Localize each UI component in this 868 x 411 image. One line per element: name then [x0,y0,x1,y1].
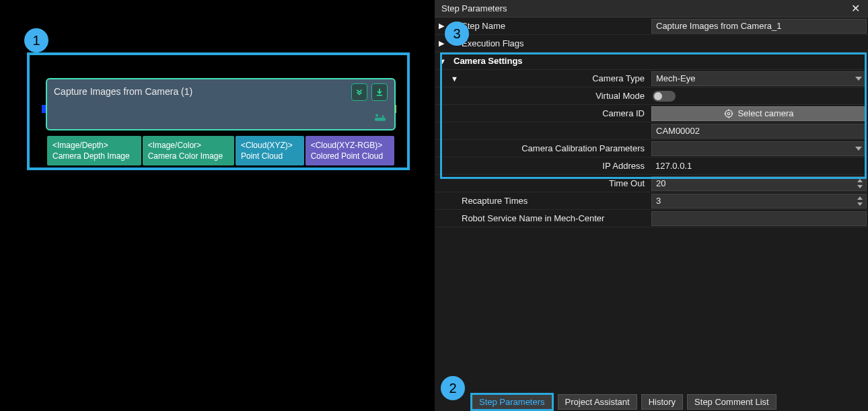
callout-marker-3: 3 [445,22,469,46]
output-label: Camera Color Image [148,151,229,161]
expand-caret-icon[interactable] [439,22,444,30]
tab-step-parameters[interactable]: Step Parameters [470,393,554,411]
collapse-caret-icon[interactable] [451,75,458,83]
output-type: <Cloud(XYZ-RGB)> [311,140,389,151]
timeout-label: Time Out [435,178,651,188]
recapture-times-label: Recapture Times [435,196,651,206]
panel-title: Step Parameters [441,3,849,13]
output-type: <Cloud(XYZ)> [241,140,299,151]
camera-id-input[interactable] [651,124,867,139]
expand-caret-icon[interactable] [439,39,444,48]
node-output-cloud[interactable]: <Cloud(XYZ)> Point Cloud [236,136,304,165]
graph-canvas[interactable]: 1 Capture Images from Camera (1) [0,0,435,411]
callout-highlight-1: Capture Images from Camera (1) <Image/De… [27,52,410,170]
svg-point-6 [728,112,731,115]
step-parameters-panel: Step Parameters ✕ 3 Step Name Execution … [435,0,868,411]
recapture-times-input[interactable] [651,194,867,209]
camera-type-select[interactable]: Mech-Eye [651,71,867,86]
camera-type-label: Camera Type [435,73,651,83]
select-camera-button[interactable]: Select camera [651,106,867,121]
output-type: <Image/Depth> [52,140,136,151]
tab-step-comment-list[interactable]: Step Comment List [687,394,776,410]
callout-marker-2: 2 [441,376,465,400]
tab-project-assistant[interactable]: Project Assistant [558,394,637,410]
svg-point-2 [375,114,378,117]
output-label: Camera Depth Image [52,151,136,161]
svg-rect-3 [375,118,386,121]
timeout-input[interactable] [651,176,867,191]
camera-icon [373,112,388,125]
select-camera-label: Select camera [737,108,793,118]
camera-calibration-label: Camera Calibration Parameters [435,143,651,153]
camera-settings-group[interactable]: Camera Settings [435,56,651,66]
node-title: Capture Images from Camera (1) [54,86,192,97]
graph-node[interactable]: Capture Images from Camera (1) [46,78,396,130]
svg-point-5 [725,110,733,117]
step-name-input[interactable] [651,19,867,34]
bottom-tabs: Step Parameters Project Assistant Histor… [435,392,776,411]
node-output-color[interactable]: <Image/Color> Camera Color Image [143,136,234,165]
output-label: Colored Point Cloud [311,151,389,161]
camera-id-label: Camera ID [435,108,651,118]
crosshair-icon [724,109,733,118]
close-icon[interactable]: ✕ [849,3,861,15]
node-download-icon[interactable] [371,83,388,101]
output-label: Point Cloud [241,151,299,161]
output-type: <Image/Color> [148,140,229,151]
robot-service-label: Robot Service Name in Mech-Center [435,213,651,223]
robot-service-input[interactable] [651,211,867,226]
svg-point-4 [382,115,384,117]
node-expand-all-icon[interactable] [351,83,367,101]
callout-marker-1: 1 [24,28,48,52]
tab-history[interactable]: History [641,394,683,410]
camera-calibration-select[interactable] [651,141,867,156]
virtual-mode-toggle[interactable] [653,91,676,102]
virtual-mode-label: Virtual Mode [435,91,651,101]
ip-address-value: 127.0.0.1 [651,159,867,174]
collapse-caret-icon[interactable] [439,57,446,65]
node-output-cloud-rgb[interactable]: <Cloud(XYZ-RGB)> Colored Point Cloud [305,136,394,165]
ip-address-label: IP Address [435,161,651,171]
node-output-depth[interactable]: <Image/Depth> Camera Depth Image [47,136,141,165]
